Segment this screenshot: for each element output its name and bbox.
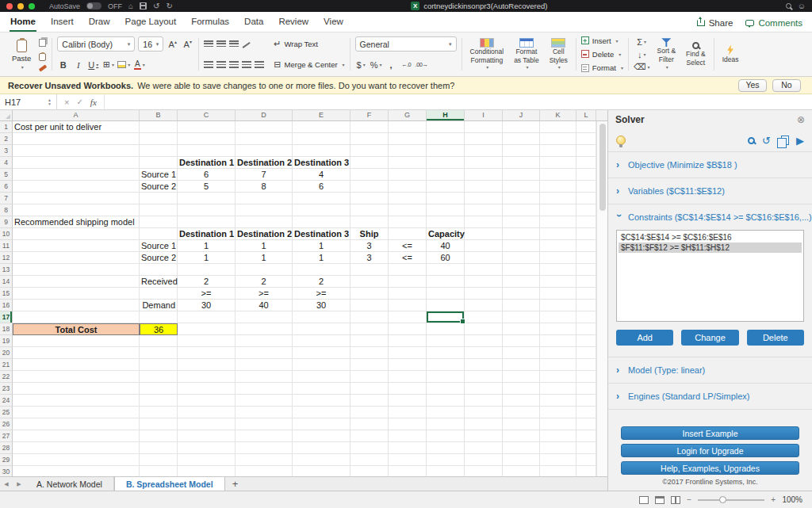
row-header-29[interactable]: 29 [0, 454, 13, 466]
align-bottom-icon[interactable] [229, 40, 239, 48]
row-header-6[interactable]: 6 [0, 181, 13, 193]
decrease-decimal-button[interactable]: ←.0 [400, 58, 412, 72]
cell-A18[interactable]: Total Cost [13, 323, 140, 335]
increase-font-size-button[interactable]: A▴ [167, 37, 178, 52]
italic-button[interactable]: I [72, 58, 84, 72]
cell-C7[interactable] [178, 193, 236, 204]
cell-G2[interactable] [389, 133, 427, 145]
cell-I26[interactable] [465, 418, 503, 430]
cell-H24[interactable] [427, 395, 465, 407]
cell-L30[interactable] [576, 466, 596, 476]
cell-F22[interactable] [350, 371, 389, 383]
cell-A29[interactable] [13, 454, 140, 466]
cancel-icon[interactable]: × [64, 97, 69, 107]
cell-F13[interactable] [350, 264, 389, 276]
constraint-item-0[interactable]: $C$14:$E$14 >= $C$16:$E$16 [619, 232, 802, 243]
sheet-nav-left-icon[interactable]: ◀ [0, 477, 13, 491]
cell-D28[interactable] [236, 442, 293, 454]
cell-F8[interactable] [350, 204, 389, 216]
cell-G28[interactable] [389, 442, 427, 454]
cell-B1[interactable] [140, 121, 178, 133]
cell-D24[interactable] [236, 395, 293, 407]
cell-B13[interactable] [140, 264, 178, 276]
cell-B20[interactable] [140, 347, 178, 359]
column-header-L[interactable]: L [576, 110, 596, 120]
cell-F7[interactable] [350, 193, 389, 204]
cell-C29[interactable] [178, 454, 236, 466]
column-header-G[interactable]: G [389, 110, 427, 120]
row-header-8[interactable]: 8 [0, 204, 13, 216]
cell-H23[interactable] [427, 383, 465, 395]
cell-B23[interactable] [140, 383, 178, 395]
autosum-button[interactable]: Σ [634, 36, 650, 48]
row-header-1[interactable]: 1 [0, 121, 13, 133]
cell-C20[interactable] [178, 347, 236, 359]
solver-engines-section[interactable]: › Engines (Standard LP/Simplex) [608, 383, 812, 409]
home-icon[interactable]: ⌂ [128, 2, 133, 10]
cell-D30[interactable] [236, 466, 293, 476]
cell-F6[interactable] [350, 181, 389, 193]
cell-J10[interactable] [503, 228, 540, 240]
cell-G4[interactable] [389, 157, 427, 169]
cell-D17[interactable] [236, 311, 293, 323]
cell-I28[interactable] [465, 442, 503, 454]
cell-G17[interactable] [389, 311, 427, 323]
cell-K1[interactable] [540, 121, 576, 133]
cell-D15[interactable]: >= [236, 288, 293, 300]
cell-F21[interactable] [350, 359, 389, 371]
zoom-level[interactable]: 100% [782, 495, 802, 504]
cell-H6[interactable] [427, 181, 465, 193]
row-header-4[interactable]: 4 [0, 157, 13, 169]
cell-J24[interactable] [503, 395, 540, 407]
cell-E30[interactable] [293, 466, 350, 476]
constraint-item-1[interactable]: $F$11:$F$12 >= $H$11:$H$12 [619, 243, 802, 253]
row-header-3[interactable]: 3 [0, 145, 13, 157]
column-header-B[interactable]: B [140, 110, 178, 120]
row-header-18[interactable]: 18 [0, 323, 13, 335]
solver-model-section[interactable]: › Model (Type: linear) [608, 357, 812, 383]
cell-E29[interactable] [293, 454, 350, 466]
font-name-select[interactable]: Calibri (Body) [57, 36, 135, 52]
share-button[interactable]: Share [697, 18, 733, 28]
cell-A12[interactable] [13, 252, 140, 264]
row-header-2[interactable]: 2 [0, 133, 13, 145]
cell-I23[interactable] [465, 383, 503, 395]
cell-L20[interactable] [576, 347, 596, 359]
cell-B25[interactable] [140, 407, 178, 418]
cell-D13[interactable] [236, 264, 293, 276]
cell-C21[interactable] [178, 359, 236, 371]
cell-J27[interactable] [503, 430, 540, 442]
cell-E10[interactable]: Destination 3 [293, 228, 350, 240]
cell-C2[interactable] [178, 133, 236, 145]
cell-F11[interactable]: 3 [350, 240, 389, 252]
cell-B21[interactable] [140, 359, 178, 371]
minimize-window-button[interactable] [17, 3, 24, 10]
cell-styles-button[interactable]: Cell Styles [546, 36, 571, 73]
cell-C22[interactable] [178, 371, 236, 383]
name-box-stepper[interactable]: ▲ ▼ [48, 98, 52, 105]
cell-F5[interactable] [350, 169, 389, 181]
cell-B15[interactable] [140, 288, 178, 300]
cell-I29[interactable] [465, 454, 503, 466]
cell-J16[interactable] [503, 300, 540, 311]
cell-B4[interactable] [140, 157, 178, 169]
cell-L17[interactable] [576, 311, 596, 323]
cell-H19[interactable] [427, 335, 465, 347]
cell-I12[interactable] [465, 252, 503, 264]
cell-I5[interactable] [465, 169, 503, 181]
cell-I15[interactable] [465, 288, 503, 300]
row-header-12[interactable]: 12 [0, 252, 13, 264]
percent-style-button[interactable]: % [370, 58, 382, 72]
cell-B8[interactable] [140, 204, 178, 216]
cell-J20[interactable] [503, 347, 540, 359]
cell-E18[interactable] [293, 323, 350, 335]
column-header-J[interactable]: J [503, 110, 540, 120]
cell-F14[interactable] [350, 276, 389, 288]
cell-L16[interactable] [576, 300, 596, 311]
cell-I13[interactable] [465, 264, 503, 276]
cell-J22[interactable] [503, 371, 540, 383]
cell-G21[interactable] [389, 359, 427, 371]
cell-F3[interactable] [350, 145, 389, 157]
cell-E3[interactable] [293, 145, 350, 157]
undo-icon[interactable]: ↺ [153, 2, 159, 10]
